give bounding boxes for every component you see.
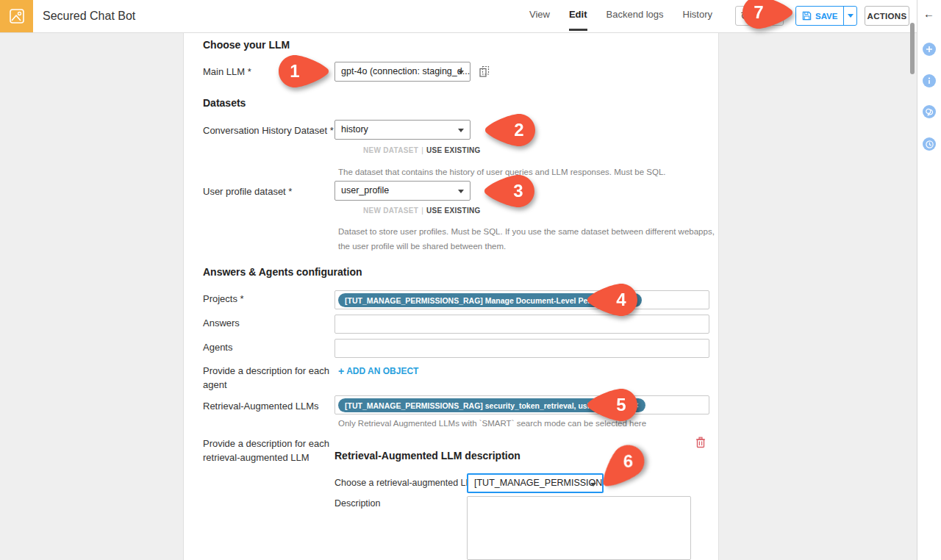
add-an-object-button[interactable]: + ADD AN OBJECT xyxy=(338,365,418,377)
description-label: Description xyxy=(334,498,381,509)
webapp-logo xyxy=(0,0,33,32)
answers-label: Answers xyxy=(203,316,240,330)
choose-rag-llm-label: Choose a retrieval-augmented LLM xyxy=(334,478,479,488)
user-profile-dataset-label: User profile dataset * xyxy=(203,184,292,198)
choose-rag-llm-select[interactable]: [TUT_MANAGE_PERMISSIONS_RA xyxy=(467,473,604,493)
user-profile-dataset-help: Dataset to store user profiles. Must be … xyxy=(338,224,715,254)
dataset-links: NEW DATASET|USE EXISTING xyxy=(363,207,481,215)
section-datasets: Datasets xyxy=(203,97,246,109)
floppy-disk-icon xyxy=(802,11,812,21)
callout-3: 3 xyxy=(483,173,536,209)
callout-number: 1 xyxy=(279,54,311,89)
callout-number: 2 xyxy=(503,112,535,148)
projects-input[interactable]: [TUT_MANAGE_PERMISSIONS_RAG] Manage Docu… xyxy=(334,290,709,309)
section-rag-description: Retrieval-Augmented LLM description xyxy=(334,450,520,462)
add-icon[interactable] xyxy=(923,43,936,56)
section-answers-agents: Answers & Agents configuration xyxy=(203,266,362,278)
dataset-links: NEW DATASET|USE EXISTING xyxy=(363,146,481,154)
agents-input[interactable] xyxy=(334,339,709,358)
answers-input[interactable] xyxy=(334,315,709,334)
section-choose-llm: Choose your LLM xyxy=(203,39,290,51)
save-dropdown-button[interactable] xyxy=(844,7,856,25)
tab-history[interactable]: History xyxy=(683,0,712,29)
projects-label: Projects * xyxy=(203,292,244,306)
vertical-scrollbar-thumb[interactable] xyxy=(910,23,915,74)
rag-llms-input[interactable]: [TUT_MANAGE_PERMISSIONS_RAG] security_to… xyxy=(334,395,709,414)
webapp-edit-screen: Choose your LLM Main LLM * gpt-4o (conne… xyxy=(0,0,941,560)
callout-4: 4 xyxy=(586,282,639,317)
header-tabs: View Edit Backend logs History xyxy=(529,0,712,32)
copy-icon[interactable] xyxy=(479,65,490,78)
callout-1: 1 xyxy=(277,54,330,89)
info-icon[interactable] xyxy=(923,74,936,87)
collapse-panel-arrow-icon[interactable]: ← xyxy=(923,7,934,20)
rag-llms-label: Retrieval-Augmented LLMs xyxy=(203,399,319,413)
tab-view[interactable]: View xyxy=(529,0,550,29)
history-clock-icon[interactable] xyxy=(923,137,936,151)
callout-number: 6 xyxy=(612,444,644,479)
main-llm-select[interactable]: gpt-4o (connection: staging_d... xyxy=(334,62,470,82)
actions-button[interactable]: ACTIONS xyxy=(865,6,909,26)
callout-2: 2 xyxy=(484,112,537,148)
callout-number: 7 xyxy=(743,0,775,30)
callout-number: 5 xyxy=(605,387,637,423)
tab-edit[interactable]: Edit xyxy=(569,0,587,31)
chevron-down-icon xyxy=(848,14,854,18)
description-textarea[interactable] xyxy=(467,496,691,560)
right-sidebar: ← xyxy=(917,0,941,560)
image-icon xyxy=(8,7,26,25)
plus-icon: + xyxy=(338,365,344,377)
conversation-history-dataset-label: Conversation History Dataset * xyxy=(203,123,334,137)
callout-7: 7 xyxy=(741,0,794,30)
new-dataset-link[interactable]: NEW DATASET xyxy=(363,146,418,154)
use-existing-link[interactable]: USE EXISTING xyxy=(426,146,481,154)
tab-backend-logs[interactable]: Backend logs xyxy=(607,0,664,29)
page-title: Secured Chat Bot xyxy=(43,0,135,32)
use-existing-link[interactable]: USE EXISTING xyxy=(426,207,481,215)
user-profile-dataset-select[interactable]: user_profile xyxy=(334,181,470,201)
rag-llms-help: Only Retrieval Augmented LLMs with `SMAR… xyxy=(338,416,715,431)
chat-icon[interactable] xyxy=(923,105,936,118)
agent-description-label: Provide a description for each agent xyxy=(203,364,332,392)
delete-trash-icon[interactable] xyxy=(695,437,706,448)
save-button[interactable]: SAVE xyxy=(796,7,844,25)
callout-5: 5 xyxy=(586,387,639,423)
callout-number: 4 xyxy=(605,282,637,317)
agents-label: Agents xyxy=(203,340,232,354)
rag-description-label: Provide a description for each retrieval… xyxy=(203,437,339,464)
conversation-history-dataset-select[interactable]: history xyxy=(334,120,470,140)
main-llm-label: Main LLM * xyxy=(203,65,251,79)
new-dataset-link[interactable]: NEW DATASET xyxy=(363,207,418,215)
callout-number: 3 xyxy=(502,173,534,209)
save-split-button: SAVE xyxy=(795,6,857,26)
